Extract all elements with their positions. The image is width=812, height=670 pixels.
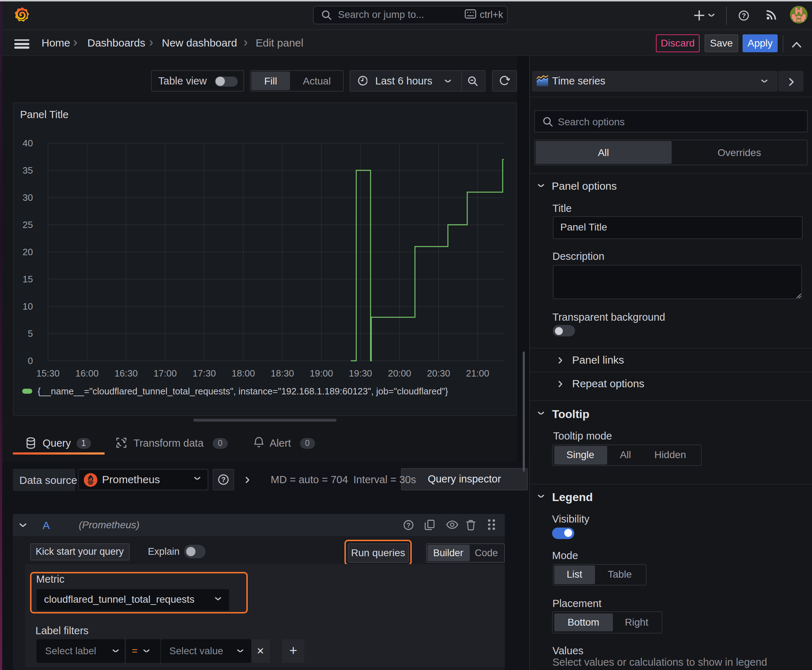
svg-text:?: ? (221, 475, 225, 484)
svg-text:10: 10 (22, 301, 33, 312)
svg-text:?: ? (406, 521, 410, 529)
svg-text:0: 0 (28, 355, 33, 366)
svg-text:15:30: 15:30 (36, 368, 59, 379)
svg-text:20:00: 20:00 (388, 368, 411, 379)
svg-text:5: 5 (28, 328, 33, 339)
svg-text:20: 20 (22, 247, 33, 257)
svg-text:18:00: 18:00 (232, 368, 255, 379)
svg-text:17:30: 17:30 (193, 368, 216, 379)
svg-text:19:30: 19:30 (349, 368, 372, 379)
svg-text:21:00: 21:00 (466, 368, 489, 379)
svg-text:?: ? (741, 12, 746, 19)
svg-text:20:30: 20:30 (427, 368, 450, 379)
svg-text:17:00: 17:00 (154, 368, 177, 379)
svg-text:15: 15 (22, 274, 33, 284)
svg-text:25: 25 (22, 219, 33, 230)
svg-text:40: 40 (22, 138, 33, 149)
svg-text:30: 30 (22, 192, 33, 203)
svg-text:18:30: 18:30 (271, 368, 294, 379)
svg-text:19:00: 19:00 (310, 368, 333, 379)
svg-text:16:30: 16:30 (115, 368, 138, 379)
svg-text:16:00: 16:00 (75, 368, 98, 379)
svg-text:35: 35 (22, 165, 33, 176)
